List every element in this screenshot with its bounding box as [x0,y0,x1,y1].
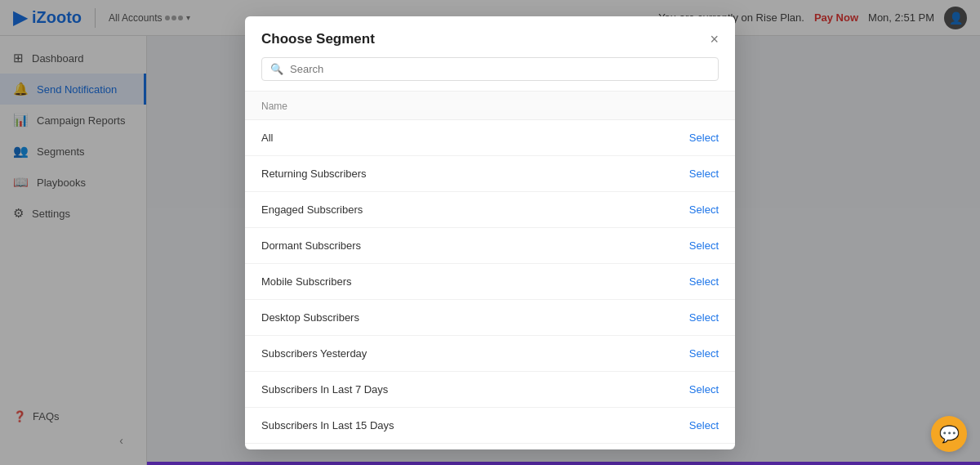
table-row: Subscribers Yesterday Select [245,336,735,372]
modal-search-area: 🔍 [245,57,735,91]
select-button[interactable]: Select [689,419,719,431]
segment-name: Subscribers In Last 7 Days [261,383,388,396]
select-button[interactable]: Select [689,168,719,180]
search-icon: 🔍 [270,63,283,75]
table-header: Name [245,91,735,120]
table-row: Mobile Subscribers Select [245,264,735,300]
segment-name: Dormant Subscribers [261,239,361,252]
select-button[interactable]: Select [689,275,719,288]
table-row: Dormant Subscribers Select [245,228,735,264]
segment-name: All [261,132,273,144]
segment-table: Name All Select Returning Subscribers Se… [245,91,735,449]
table-row: Subscribers In Last 30 Days Select [245,444,735,449]
select-button[interactable]: Select [689,203,719,216]
select-button[interactable]: Select [689,383,719,396]
table-row: Subscribers In Last 7 Days Select [245,372,735,408]
chat-icon: 💬 [939,424,960,444]
modal-header: Choose Segment × [245,16,735,57]
segment-name: Subscribers Yesterday [261,347,367,360]
table-row: All Select [245,120,735,156]
table-header-name: Name [261,101,287,112]
select-button[interactable]: Select [689,132,719,144]
segment-name: Returning Subscribers [261,168,367,180]
table-row: Engaged Subscribers Select [245,192,735,228]
modal-title: Choose Segment [261,31,375,47]
table-row: Desktop Subscribers Select [245,300,735,336]
select-button[interactable]: Select [689,239,719,252]
segment-rows: All Select Returning Subscribers Select … [245,120,735,449]
choose-segment-modal: Choose Segment × 🔍 Name All Select Retur… [245,16,735,449]
search-input[interactable] [290,63,710,75]
select-button[interactable]: Select [689,347,719,360]
table-row: Subscribers In Last 15 Days Select [245,408,735,444]
segment-name: Engaged Subscribers [261,203,363,216]
segment-name: Desktop Subscribers [261,311,359,324]
select-button[interactable]: Select [689,311,719,324]
segment-name: Subscribers In Last 15 Days [261,419,394,431]
close-icon[interactable]: × [710,32,719,47]
search-box: 🔍 [261,57,719,81]
modal-overlay: Choose Segment × 🔍 Name All Select Retur… [0,0,980,465]
segment-name: Mobile Subscribers [261,275,352,288]
chat-button[interactable]: 💬 [931,416,967,452]
table-row: Returning Subscribers Select [245,156,735,192]
